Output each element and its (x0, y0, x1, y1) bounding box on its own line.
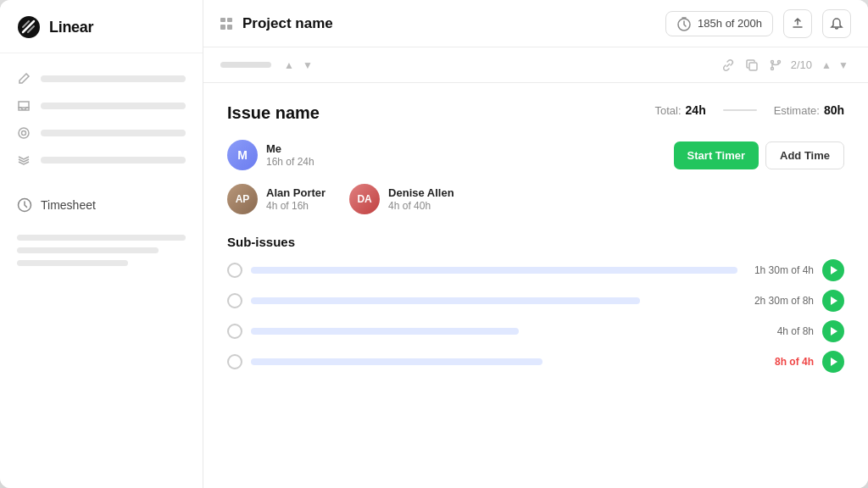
svg-rect-5 (749, 63, 757, 70)
sub-issue-checkbox-1[interactable] (227, 263, 242, 278)
sidebar-nav (0, 53, 203, 174)
estimate-label: Estimate: (774, 104, 820, 117)
main-panel: Project name 185h of 200h (203, 0, 868, 488)
secondary-users: AP Alan Porter 4h of 16h DA Denise Allen… (227, 184, 844, 214)
avatar-alan: AP (227, 184, 258, 214)
app-logo-icon (17, 15, 41, 39)
user-row-me: M Me 16h of 24h Start Timer Add Time (227, 140, 844, 170)
play-icon-2 (831, 297, 837, 305)
sub-topbar-right: 2/10 ▲ ▼ (720, 57, 851, 74)
nav-arrow-down[interactable]: ▼ (836, 58, 851, 73)
upload-icon-btn[interactable] (783, 9, 812, 38)
play-icon-4 (831, 358, 837, 366)
issue-totals: Total: 24h Estimate: 80h (654, 103, 844, 117)
sidebar-item-3[interactable] (0, 119, 203, 147)
sidebar-section: Timesheet (0, 174, 203, 219)
timer-icon (676, 16, 692, 31)
user-denise-details: Denise Allen 4h of 40h (388, 186, 454, 212)
nav-label-bar-1 (41, 75, 186, 82)
nav-label-bar-2 (41, 103, 186, 109)
svg-point-8 (777, 60, 780, 63)
sub-topbar: ▲ ▼ (203, 47, 868, 83)
sidebar-item-4[interactable] (0, 147, 203, 174)
sidebar-item-2[interactable] (0, 92, 203, 119)
app-name-label: Linear (49, 19, 93, 36)
sub-issues-section: Sub-issues 1h 30m of 4h (227, 235, 844, 373)
issue-total: Total: 24h (654, 103, 705, 117)
sub-issue-row-4: 8h of 4h (227, 351, 844, 373)
nav-label-bar-4 (41, 157, 186, 164)
sub-issue-row-1: 1h 30m of 4h (227, 259, 844, 281)
bell-icon (830, 17, 843, 30)
sub-issue-checkbox-2[interactable] (227, 293, 242, 308)
sub-issue-row-3: 4h of 8h (227, 320, 844, 342)
sub-issue-play-2[interactable] (822, 290, 844, 312)
issue-title: Issue name (227, 103, 320, 123)
issue-estimate: Estimate: 80h (774, 103, 844, 117)
topbar: Project name 185h of 200h (203, 0, 868, 47)
sub-issue-time-3: 4h of 8h (746, 325, 814, 337)
sub-issue-checkbox-4[interactable] (227, 354, 242, 369)
total-label: Total: (654, 104, 681, 117)
sub-issue-time-2: 2h 30m of 8h (746, 295, 814, 307)
user-me-info: M Me 16h of 24h (227, 140, 674, 170)
user-denise-hours: 4h of 40h (388, 200, 454, 212)
sidebar-sub-bar-2 (17, 247, 159, 253)
play-icon-1 (831, 266, 837, 274)
target-icon (17, 126, 31, 140)
sub-issue-bar-wrap-1 (251, 267, 737, 274)
upload-icon (791, 17, 804, 30)
timer-badge: 185h of 200h (665, 11, 773, 36)
breadcrumb-arrows: ▲ ▼ (281, 58, 315, 73)
sub-issue-bar-3 (251, 328, 519, 335)
issue-counter: 2/10 (791, 58, 812, 71)
sub-issue-row-2: 2h 30m of 8h (227, 290, 844, 312)
estimate-value: 80h (824, 103, 844, 117)
branch-icon[interactable] (767, 57, 784, 74)
nav-arrow-up[interactable]: ▲ (819, 58, 834, 73)
user-me-actions: Start Timer Add Time (674, 141, 844, 169)
sub-issue-play-3[interactable] (822, 320, 844, 342)
sub-issue-bar-wrap-3 (251, 328, 737, 335)
bell-icon-btn[interactable] (822, 9, 851, 38)
user-denise-name: Denise Allen (388, 186, 454, 199)
link-icon[interactable] (720, 57, 737, 74)
sub-issue-bar-2 (251, 297, 640, 304)
total-divider (723, 109, 757, 111)
timesheet-label: Timesheet (41, 198, 96, 212)
arrow-down-icon[interactable]: ▼ (300, 58, 315, 73)
sidebar-sub-bar-1 (17, 235, 186, 241)
svg-point-2 (22, 131, 26, 136)
svg-point-6 (771, 60, 773, 63)
sub-issue-play-4[interactable] (822, 351, 844, 373)
user-me-hours: 16h of 24h (266, 156, 314, 168)
sub-issue-play-1[interactable] (822, 259, 844, 281)
avatar-me: M (227, 140, 258, 170)
user-alan-name: Alan Porter (266, 186, 326, 199)
add-time-button[interactable]: Add Time (765, 141, 844, 169)
user-row-denise: DA Denise Allen 4h of 40h (349, 184, 454, 214)
layers-icon (17, 153, 31, 167)
sub-issue-checkbox-3[interactable] (227, 324, 242, 339)
start-timer-button[interactable]: Start Timer (674, 141, 759, 169)
app-window: Linear (0, 0, 868, 488)
copy-icon[interactable] (743, 57, 760, 74)
issue-header: Issue name Total: 24h Estimate: 80h (227, 103, 844, 123)
sidebar-header: Linear (0, 0, 203, 53)
breadcrumb-bar (220, 62, 271, 68)
sub-issue-bar-wrap-2 (251, 297, 737, 304)
project-title: Project name (242, 15, 655, 32)
avatar-denise: DA (349, 184, 380, 214)
user-alan-details: Alan Porter 4h of 16h (266, 186, 326, 212)
timesheet-nav-item[interactable]: Timesheet (17, 191, 186, 219)
user-me-details: Me 16h of 24h (266, 142, 314, 168)
grid-icon (220, 18, 232, 30)
total-value: 24h (686, 103, 706, 117)
sub-issue-time-4: 8h of 4h (746, 356, 814, 368)
svg-point-7 (771, 67, 773, 69)
sub-issues-title: Sub-issues (227, 235, 844, 249)
arrow-up-icon[interactable]: ▲ (281, 58, 297, 73)
sidebar-item-1[interactable] (0, 65, 203, 92)
sidebar-sub-items (0, 219, 203, 273)
sub-issue-bar-4 (251, 358, 542, 365)
